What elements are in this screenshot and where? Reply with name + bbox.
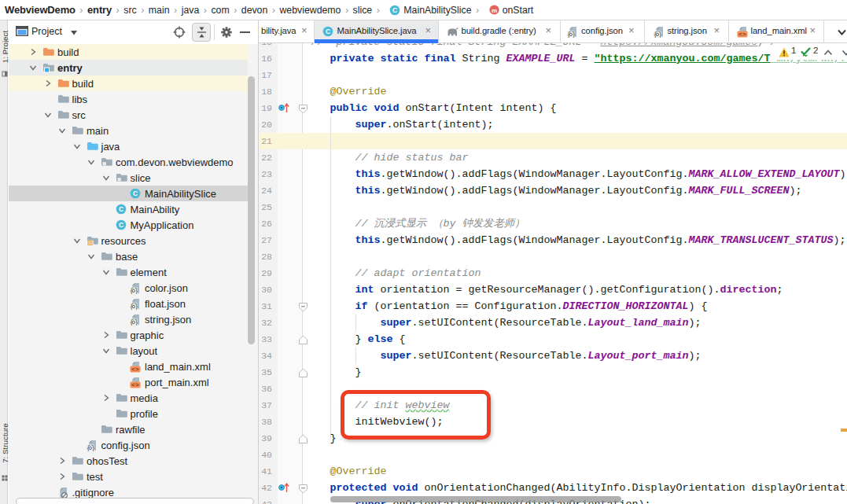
- svg-text:<>: <>: [131, 366, 139, 373]
- svg-text:{: {: [654, 31, 657, 38]
- svg-text:C: C: [118, 221, 123, 229]
- svg-text:C: C: [325, 28, 330, 35]
- svg-text:<>: <>: [131, 381, 139, 388]
- svg-text:m: m: [492, 7, 497, 14]
- svg-text:{: {: [130, 303, 134, 310]
- svg-text:<>: <>: [738, 31, 746, 38]
- svg-text:C: C: [392, 6, 397, 14]
- svg-text:{: {: [130, 287, 134, 294]
- svg-text:C: C: [118, 205, 123, 213]
- svg-text:{: {: [87, 444, 90, 451]
- svg-text:{: {: [567, 31, 571, 38]
- svg-text:{: {: [130, 318, 134, 326]
- svg-text:C: C: [133, 189, 138, 197]
